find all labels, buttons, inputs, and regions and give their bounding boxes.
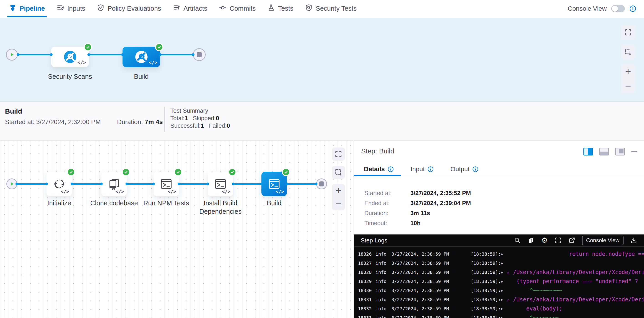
success-check-badge xyxy=(122,168,130,176)
panel-tab-output[interactable]: Output xyxy=(450,165,478,173)
panel-tab-details[interactable]: Details xyxy=(364,165,394,173)
detail-label: Timeout: xyxy=(364,220,387,227)
canvas-fullscreen-button[interactable] xyxy=(332,147,345,161)
stage-node-security-scans[interactable]: </> xyxy=(51,47,89,67)
expand-arrow-icon[interactable]: ▶ xyxy=(501,261,507,265)
zoom-out-button[interactable]: − xyxy=(621,79,635,93)
tab-tests[interactable]: Tests xyxy=(268,0,294,17)
step-node-label: Build xyxy=(248,199,300,207)
zoom-in-button[interactable]: + xyxy=(332,184,345,197)
zoom-in-button[interactable]: + xyxy=(621,64,635,79)
node-port xyxy=(260,183,263,185)
log-line-number: 18331 xyxy=(358,297,376,302)
log-level: info xyxy=(376,270,392,275)
info-icon[interactable] xyxy=(630,5,636,12)
step-node-run-npm-tests[interactable]: </> xyxy=(154,172,179,196)
pipeline-end-node[interactable] xyxy=(193,48,206,61)
log-line: 18327info3/27/2024, 2:38:59 PM[18:38:59]… xyxy=(354,259,644,268)
expand-arrow-icon[interactable]: ▶ xyxy=(501,298,507,301)
tab-inputs[interactable]: Inputs xyxy=(57,0,85,17)
expand-arrow-icon[interactable]: ▶ xyxy=(501,280,507,283)
log-timestamp: 3/27/2024, 2:38:59 PM xyxy=(392,251,471,257)
pipeline-end-node[interactable] xyxy=(316,178,327,189)
canvas-fullscreen-button[interactable] xyxy=(621,25,635,40)
settings-gear-icon[interactable]: ⚙ xyxy=(541,237,548,244)
terminal-icon xyxy=(268,177,281,191)
step-node-initialize[interactable]: </> xyxy=(46,172,72,196)
info-icon[interactable] xyxy=(388,166,394,172)
layout-right-panel-button[interactable] xyxy=(584,148,593,155)
code-step-icon: </> xyxy=(168,189,176,194)
expand-arrow-icon[interactable]: ▶ xyxy=(501,316,507,318)
node-port xyxy=(70,183,73,185)
fullscreen-icon[interactable] xyxy=(555,237,562,244)
step-node-build[interactable]: </> xyxy=(262,172,287,196)
log-time-bracket: [18:38:59]: xyxy=(471,297,501,302)
minimize-panel-button[interactable] xyxy=(631,151,637,152)
log-line-number: 18333 xyxy=(358,315,376,318)
console-view-button[interactable]: Console View xyxy=(582,236,624,245)
canvas-select-button[interactable] xyxy=(332,166,345,179)
code-step-icon: </> xyxy=(116,189,124,194)
zoom-out-button[interactable]: − xyxy=(332,197,345,210)
log-time-bracket: [18:38:59]: xyxy=(471,288,501,293)
detail-value: 3m 11s xyxy=(410,210,430,217)
tab-policy-evaluations[interactable]: Policy Evaluations xyxy=(97,0,161,17)
code-step-icon: </> xyxy=(276,189,284,194)
layout-bottom-panel-button[interactable] xyxy=(599,148,609,155)
connector-line xyxy=(17,183,46,185)
success-check-badge xyxy=(155,43,163,51)
step-node-install-build-dependencies[interactable]: </> xyxy=(208,172,233,196)
log-time-bracket: [18:38:59]: xyxy=(471,260,501,266)
pipeline-start-node[interactable] xyxy=(6,49,18,60)
open-in-new-icon[interactable] xyxy=(568,237,575,244)
tab-label: Policy Evaluations xyxy=(108,5,161,12)
info-icon[interactable] xyxy=(428,166,434,172)
canvas-select-button[interactable] xyxy=(621,45,635,59)
expand-arrow-icon[interactable]: ▶ xyxy=(501,271,507,274)
step-node-clone-codebase[interactable]: </> xyxy=(101,172,127,196)
step-logs-output[interactable]: 18326info3/27/2024, 2:38:59 PM[18:38:59]… xyxy=(354,247,644,318)
info-icon[interactable] xyxy=(472,166,478,172)
panel-tab-label: Details xyxy=(364,165,385,173)
expand-arrow-icon[interactable]: ▶ xyxy=(501,252,507,256)
log-content: (typeof performance === "undefined" ? xyxy=(513,278,644,285)
node-port xyxy=(126,183,128,185)
scan-stage-icon xyxy=(62,49,78,64)
tab-security-tests[interactable]: Security Tests xyxy=(305,0,356,17)
code-step-icon: </> xyxy=(78,60,86,65)
log-content: /Users/anka/Library/Developer/Xcode/Deri… xyxy=(513,269,644,276)
warning-icon: ⚠ xyxy=(507,270,513,275)
log-content: ^~~~~~~~~ xyxy=(513,315,644,318)
stage-node-build[interactable]: </> xyxy=(122,47,160,67)
copy-icon[interactable] xyxy=(528,237,534,244)
success-check-badge xyxy=(67,168,75,176)
connector-line xyxy=(89,54,122,55)
log-time-bracket: [18:38:59]: xyxy=(471,270,501,275)
tab-commits[interactable]: Commits xyxy=(219,0,256,17)
tab-label: Artifacts xyxy=(184,5,208,12)
log-timestamp: 3/27/2024, 2:38:59 PM xyxy=(392,270,471,275)
panel-tab-label: Input xyxy=(410,165,425,173)
panel-tab-input[interactable]: Input xyxy=(410,165,434,173)
play-icon xyxy=(9,181,15,187)
success-check-badge xyxy=(228,168,236,176)
code-step-icon: </> xyxy=(222,189,230,194)
canvas-controls: +− xyxy=(621,25,635,93)
zoom-controls: +− xyxy=(621,64,635,93)
tab-pipeline[interactable]: Pipeline xyxy=(9,0,45,17)
detail-row: Duration:3m 11s xyxy=(354,210,644,218)
detail-value: 3/27/2024, 2:35:52 PM xyxy=(410,190,471,197)
log-timestamp: 3/27/2024, 2:38:59 PM xyxy=(392,260,471,266)
download-logs-icon[interactable] xyxy=(630,237,637,244)
expand-arrow-icon[interactable]: ▶ xyxy=(501,307,507,311)
console-view-toggle[interactable] xyxy=(611,5,625,12)
connector-line xyxy=(18,54,51,55)
expand-arrow-icon[interactable]: ▶ xyxy=(501,289,507,292)
search-icon[interactable] xyxy=(514,237,521,244)
toggle-knob xyxy=(612,6,618,11)
layout-floating-panel-button[interactable] xyxy=(615,148,625,155)
tab-artifacts[interactable]: Artifacts xyxy=(173,0,208,17)
log-line: 18326info3/27/2024, 2:38:59 PM[18:38:59]… xyxy=(354,250,644,259)
build-summary-strip: Build Started at: 3/27/2024, 2:32:00 PM … xyxy=(0,101,644,140)
